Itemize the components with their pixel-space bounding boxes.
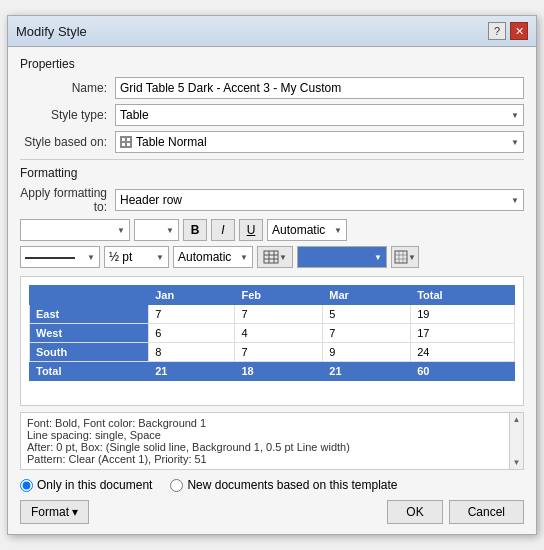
dialog-title: Modify Style	[16, 24, 87, 39]
bold-button[interactable]: B	[183, 219, 207, 241]
radio-row: Only in this document New documents base…	[20, 478, 524, 492]
radio-new-documents[interactable]: New documents based on this template	[170, 478, 397, 492]
cell-south-mar: 9	[323, 343, 411, 362]
preview-table: Jan Feb Mar Total East 7 7 5 19	[29, 285, 515, 381]
format-button[interactable]: Format ▾	[20, 500, 89, 524]
row-label-west: West	[30, 324, 149, 343]
name-input[interactable]	[115, 77, 524, 99]
line-weight-selected: ½ pt	[109, 250, 132, 264]
italic-button[interactable]: I	[211, 219, 235, 241]
table-row: East 7 7 5 19	[30, 305, 515, 324]
style-based-selected: Table Normal	[136, 135, 207, 149]
style-type-value-container: Table ▼	[115, 104, 524, 126]
preview-header-1: Jan	[149, 286, 235, 305]
cell-west-jan: 6	[149, 324, 235, 343]
dialog-content: Properties Name: Style type: Table ▼ Sty…	[8, 47, 536, 534]
font-arrow: ▼	[117, 226, 125, 235]
radio-new-documents-label: New documents based on this template	[187, 478, 397, 492]
properties-section-label: Properties	[20, 57, 524, 71]
info-line-3: After: 0 pt, Box: (Single solid line, Ba…	[27, 441, 501, 453]
close-button[interactable]: ✕	[510, 22, 528, 40]
style-type-row: Style type: Table ▼	[20, 104, 524, 126]
action-buttons: OK Cancel	[387, 500, 524, 524]
cell-total-total: 60	[411, 362, 515, 381]
help-button[interactable]: ?	[488, 22, 506, 40]
font-row: ▼ ▼ B I U Automatic ▼	[20, 219, 524, 241]
border-color-selected: Automatic	[178, 250, 231, 264]
style-based-dropdown[interactable]: Table Normal ▼	[115, 131, 524, 153]
bottom-buttons: Format ▾ OK Cancel	[20, 500, 524, 524]
apply-row: Apply formatting to: Header row ▼	[20, 186, 524, 214]
cell-west-mar: 7	[323, 324, 411, 343]
preview-header-3: Mar	[323, 286, 411, 305]
underline-button[interactable]: U	[239, 219, 263, 241]
cell-total-feb: 18	[235, 362, 323, 381]
radio-this-document-input[interactable]	[20, 479, 33, 492]
border-grid-arrow: ▼	[279, 253, 287, 262]
align-icon	[394, 250, 408, 264]
cell-total-jan: 21	[149, 362, 235, 381]
line-style-arrow: ▼	[87, 253, 95, 262]
preview-header-4: Total	[411, 286, 515, 305]
size-arrow: ▼	[166, 226, 174, 235]
info-content: Font: Bold, Font color: Background 1 Lin…	[27, 417, 517, 465]
style-type-label: Style type:	[20, 108, 115, 122]
cell-south-jan: 8	[149, 343, 235, 362]
formatting-section-label: Formatting	[20, 166, 524, 180]
row-label-total: Total	[30, 362, 149, 381]
table-row-total: Total 21 18 21 60	[30, 362, 515, 381]
style-type-arrow: ▼	[511, 111, 519, 120]
radio-new-documents-input[interactable]	[170, 479, 183, 492]
name-value-container	[115, 77, 524, 99]
preview-box: Jan Feb Mar Total East 7 7 5 19	[20, 276, 524, 406]
row-label-east: East	[30, 305, 149, 324]
align-arrow: ▼	[408, 253, 416, 262]
preview-header-0	[30, 286, 149, 305]
border-color-arrow: ▼	[240, 253, 248, 262]
font-dropdown[interactable]: ▼	[20, 219, 130, 241]
cell-east-total: 19	[411, 305, 515, 324]
table-row: South 8 7 9 24	[30, 343, 515, 362]
name-row: Name:	[20, 77, 524, 99]
info-scrollbar[interactable]: ▲ ▼	[509, 413, 523, 469]
scroll-up-icon: ▲	[513, 415, 521, 424]
preview-header-row: Jan Feb Mar Total	[30, 286, 515, 305]
apply-selected: Header row	[120, 193, 182, 207]
style-based-arrow: ▼	[511, 138, 519, 147]
info-line-1: Font: Bold, Font color: Background 1	[27, 417, 501, 429]
preview-header-2: Feb	[235, 286, 323, 305]
cancel-button[interactable]: Cancel	[449, 500, 524, 524]
size-dropdown[interactable]: ▼	[134, 219, 179, 241]
font-color-dropdown[interactable]: Automatic ▼	[267, 219, 347, 241]
name-label: Name:	[20, 81, 115, 95]
cell-east-mar: 5	[323, 305, 411, 324]
align-button[interactable]: ▼	[391, 246, 419, 268]
style-type-selected: Table	[120, 108, 149, 122]
cell-east-feb: 7	[235, 305, 323, 324]
apply-dropdown[interactable]: Header row ▼	[115, 189, 524, 211]
cell-south-total: 24	[411, 343, 515, 362]
border-grid-button[interactable]: ▼	[257, 246, 293, 268]
shading-arrow: ▼	[374, 253, 382, 262]
style-based-value-container: Table Normal ▼	[115, 131, 524, 153]
radio-this-document[interactable]: Only in this document	[20, 478, 152, 492]
svg-rect-0	[264, 251, 278, 263]
table-row: West 6 4 7 17	[30, 324, 515, 343]
modify-style-dialog: Modify Style ? ✕ Properties Name: Style …	[7, 15, 537, 535]
title-bar: Modify Style ? ✕	[8, 16, 536, 47]
divider-1	[20, 159, 524, 160]
shading-dropdown[interactable]: ▼	[297, 246, 387, 268]
line-weight-dropdown[interactable]: ½ pt ▼	[104, 246, 169, 268]
info-box: Font: Bold, Font color: Background 1 Lin…	[20, 412, 524, 470]
svg-rect-5	[395, 251, 407, 263]
ok-button[interactable]: OK	[387, 500, 442, 524]
style-type-dropdown[interactable]: Table ▼	[115, 104, 524, 126]
style-based-inner: Table Normal	[120, 135, 207, 149]
border-row: ▼ ½ pt ▼ Automatic ▼ ▼	[20, 246, 524, 268]
cell-total-mar: 21	[323, 362, 411, 381]
border-grid-icon	[263, 250, 279, 264]
border-color-dropdown[interactable]: Automatic ▼	[173, 246, 253, 268]
line-style-dropdown[interactable]: ▼	[20, 246, 100, 268]
radio-this-document-label: Only in this document	[37, 478, 152, 492]
cell-south-feb: 7	[235, 343, 323, 362]
